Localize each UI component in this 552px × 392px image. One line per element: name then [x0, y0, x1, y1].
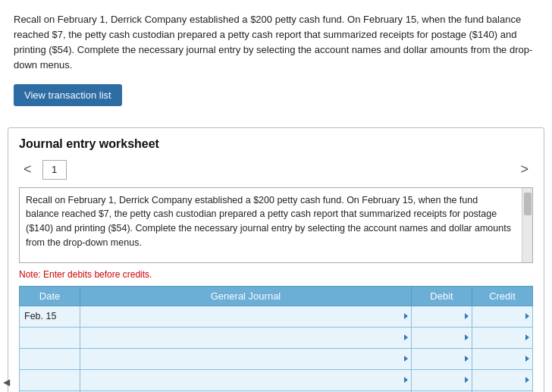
view-transaction-list-button[interactable]: View transaction list [14, 84, 122, 106]
date-cell [20, 348, 80, 369]
debit-cell[interactable] [412, 327, 472, 348]
dropdown-arrow-icon [404, 334, 408, 340]
credit-cell[interactable] [472, 327, 533, 348]
general-journal-cell[interactable] [80, 348, 412, 369]
description-text: Recall on February 1, Derrick Company es… [26, 193, 526, 250]
page-number: 1 [42, 160, 67, 180]
dropdown-arrow-icon [525, 356, 529, 362]
dropdown-arrow-icon [404, 377, 408, 383]
intro-text: Recall on February 1, Derrick Company es… [14, 12, 538, 74]
scroll-thumb [524, 193, 532, 215]
scrollbar[interactable] [522, 188, 532, 262]
dropdown-arrow-icon [465, 334, 469, 340]
note-text: Note: Enter debits before credits. [19, 269, 533, 280]
dropdown-arrow-icon [465, 356, 469, 362]
col-header-general-journal: General Journal [80, 286, 412, 306]
debit-cell[interactable] [412, 369, 472, 390]
worksheet-container: Journal entry worksheet < 1 > Recall on … [8, 127, 544, 392]
dropdown-arrow-icon [525, 334, 529, 340]
dropdown-arrow-icon [525, 377, 529, 383]
worksheet-title: Journal entry worksheet [19, 137, 533, 151]
table-row [20, 327, 533, 348]
table-row [20, 369, 533, 390]
date-cell [20, 369, 80, 390]
date-cell: Feb. 15 [20, 306, 80, 327]
credit-cell[interactable] [472, 369, 533, 390]
nav-row: < 1 > [19, 160, 533, 180]
dropdown-arrow-icon [404, 313, 408, 319]
nav-left-button[interactable]: < [19, 160, 36, 179]
dropdown-arrow-icon [465, 313, 469, 319]
dropdown-arrow-icon [465, 377, 469, 383]
table-row [20, 348, 533, 369]
credit-cell[interactable] [472, 348, 533, 369]
table-row: Feb. 15 [20, 306, 533, 327]
top-section: Recall on February 1, Derrick Company es… [0, 0, 552, 121]
debit-cell[interactable] [412, 348, 472, 369]
description-box: Recall on February 1, Derrick Company es… [19, 187, 533, 263]
date-cell [20, 327, 80, 348]
general-journal-cell[interactable] [80, 306, 412, 327]
dropdown-arrow-icon [404, 356, 408, 362]
general-journal-cell[interactable] [80, 369, 412, 390]
nav-right-button[interactable]: > [516, 160, 533, 179]
general-journal-cell[interactable] [80, 327, 412, 348]
left-scroll-arrow[interactable]: ◀ [3, 377, 10, 387]
credit-cell[interactable] [472, 306, 533, 327]
col-header-debit: Debit [412, 286, 472, 306]
col-header-credit: Credit [472, 286, 533, 306]
col-header-date: Date [20, 286, 80, 306]
journal-table: Date General Journal Debit Credit Feb. 1… [19, 286, 533, 392]
debit-cell[interactable] [412, 306, 472, 327]
dropdown-arrow-icon [525, 313, 529, 319]
